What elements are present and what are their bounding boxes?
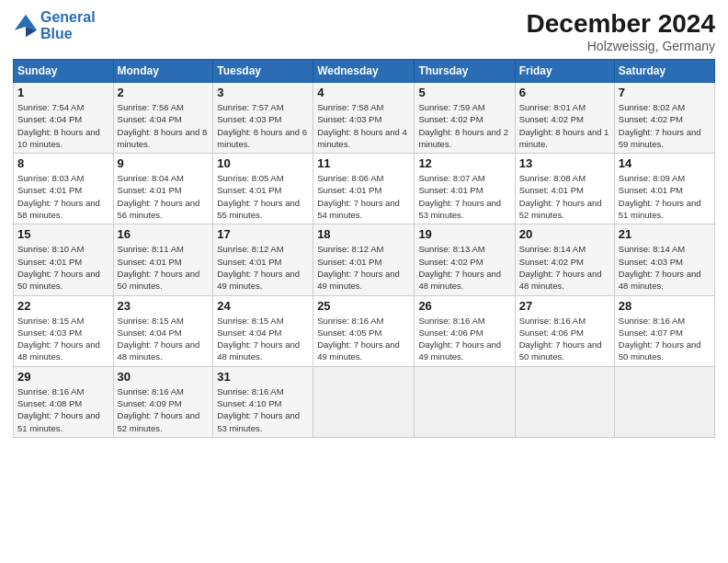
day-1: 1 Sunrise: 7:54 AMSunset: 4:04 PMDayligh… — [14, 83, 114, 154]
title-block: December 2024 Holzweissig, Germany — [527, 9, 715, 53]
page-container: General Blue December 2024 Holzweissig, … — [0, 0, 728, 447]
day-21: 21 Sunrise: 8:14 AMSunset: 4:03 PMDaylig… — [614, 224, 714, 295]
week-1: 1 Sunrise: 7:54 AMSunset: 4:04 PMDayligh… — [14, 83, 715, 154]
empty-4 — [614, 366, 714, 437]
day-20: 20 Sunrise: 8:14 AMSunset: 4:02 PMDaylig… — [515, 224, 614, 295]
location: Holzweissig, Germany — [527, 39, 715, 53]
day-3: 3 Sunrise: 7:57 AMSunset: 4:03 PMDayligh… — [213, 83, 313, 154]
day-29: 29 Sunrise: 8:16 AMSunset: 4:08 PMDaylig… — [14, 366, 114, 437]
header-friday: Friday — [515, 60, 614, 83]
day-5: 5 Sunrise: 7:59 AMSunset: 4:02 PMDayligh… — [415, 83, 515, 154]
day-14: 14 Sunrise: 8:09 AMSunset: 4:01 PMDaylig… — [614, 154, 714, 224]
day-6: 6 Sunrise: 8:01 AMSunset: 4:02 PMDayligh… — [515, 83, 614, 154]
week-5: 29 Sunrise: 8:16 AMSunset: 4:08 PMDaylig… — [14, 366, 715, 437]
empty-3 — [515, 366, 614, 437]
header-monday: Monday — [113, 60, 213, 83]
day-4: 4 Sunrise: 7:58 AMSunset: 4:03 PMDayligh… — [313, 83, 415, 154]
empty-1 — [313, 366, 415, 437]
day-22: 22 Sunrise: 8:15 AMSunset: 4:03 PMDaylig… — [14, 295, 114, 366]
day-19: 19 Sunrise: 8:13 AMSunset: 4:02 PMDaylig… — [415, 224, 515, 295]
day-12: 12 Sunrise: 8:07 AMSunset: 4:01 PMDaylig… — [415, 154, 515, 224]
day-7: 7 Sunrise: 8:02 AMSunset: 4:02 PMDayligh… — [614, 83, 714, 154]
week-4: 22 Sunrise: 8:15 AMSunset: 4:03 PMDaylig… — [14, 295, 715, 366]
day-30: 30 Sunrise: 8:16 AMSunset: 4:09 PMDaylig… — [113, 366, 213, 437]
logo-text: General Blue — [40, 9, 96, 41]
day-8: 8 Sunrise: 8:03 AMSunset: 4:01 PMDayligh… — [14, 154, 114, 224]
day-10: 10 Sunrise: 8:05 AMSunset: 4:01 PMDaylig… — [213, 154, 313, 224]
month-year: December 2024 — [527, 9, 715, 39]
header: General Blue December 2024 Holzweissig, … — [13, 9, 715, 53]
day-18: 18 Sunrise: 8:12 AMSunset: 4:01 PMDaylig… — [313, 224, 415, 295]
day-9: 9 Sunrise: 8:04 AMSunset: 4:01 PMDayligh… — [113, 154, 213, 224]
day-23: 23 Sunrise: 8:15 AMSunset: 4:04 PMDaylig… — [113, 295, 213, 366]
day-25: 25 Sunrise: 8:16 AMSunset: 4:05 PMDaylig… — [313, 295, 415, 366]
day-26: 26 Sunrise: 8:16 AMSunset: 4:06 PMDaylig… — [415, 295, 515, 366]
logo-icon — [13, 13, 39, 39]
week-2: 8 Sunrise: 8:03 AMSunset: 4:01 PMDayligh… — [14, 154, 715, 224]
logo: General Blue — [13, 9, 96, 41]
day-31: 31 Sunrise: 8:16 AMSunset: 4:10 PMDaylig… — [213, 366, 313, 437]
day-13: 13 Sunrise: 8:08 AMSunset: 4:01 PMDaylig… — [515, 154, 614, 224]
header-tuesday: Tuesday — [213, 60, 313, 83]
header-saturday: Saturday — [614, 60, 714, 83]
day-16: 16 Sunrise: 8:11 AMSunset: 4:01 PMDaylig… — [113, 224, 213, 295]
empty-2 — [415, 366, 515, 437]
header-thursday: Thursday — [415, 60, 515, 83]
day-15: 15 Sunrise: 8:10 AMSunset: 4:01 PMDaylig… — [14, 224, 114, 295]
week-3: 15 Sunrise: 8:10 AMSunset: 4:01 PMDaylig… — [14, 224, 715, 295]
header-sunday: Sunday — [14, 60, 114, 83]
weekday-header-row: Sunday Monday Tuesday Wednesday Thursday… — [14, 60, 715, 83]
day-2: 2 Sunrise: 7:56 AMSunset: 4:04 PMDayligh… — [113, 83, 213, 154]
header-wednesday: Wednesday — [313, 60, 415, 83]
day-24: 24 Sunrise: 8:15 AMSunset: 4:04 PMDaylig… — [213, 295, 313, 366]
calendar-table: Sunday Monday Tuesday Wednesday Thursday… — [13, 59, 715, 438]
day-27: 27 Sunrise: 8:16 AMSunset: 4:06 PMDaylig… — [515, 295, 614, 366]
day-17: 17 Sunrise: 8:12 AMSunset: 4:01 PMDaylig… — [213, 224, 313, 295]
day-28: 28 Sunrise: 8:16 AMSunset: 4:07 PMDaylig… — [614, 295, 714, 366]
day-11: 11 Sunrise: 8:06 AMSunset: 4:01 PMDaylig… — [313, 154, 415, 224]
